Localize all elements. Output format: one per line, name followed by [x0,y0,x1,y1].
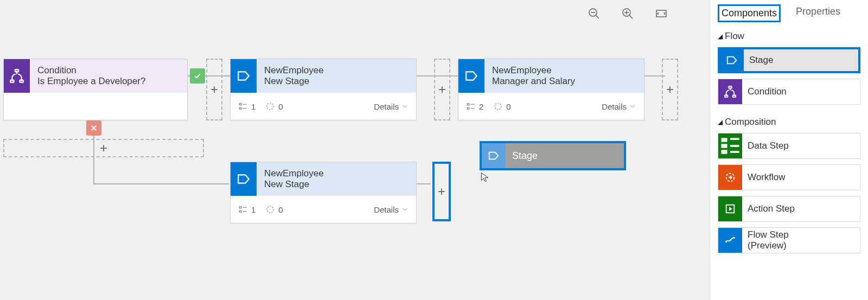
svg-point-25 [495,103,501,110]
component-flow-step[interactable]: Flow Step (Preview) [718,227,860,253]
component-flow-step-label: Flow Step (Preview) [742,229,789,252]
fit-to-screen-button[interactable] [654,7,668,21]
drop-slot-after-stage2[interactable]: + [662,59,678,120]
cursor-icon [480,171,490,184]
connector [93,183,229,184]
svg-rect-7 [730,145,739,147]
stage-name: New Stage [264,179,409,190]
stage-icon [231,59,257,93]
stage-details-toggle[interactable]: Details [374,205,409,214]
stage-step-count: 1 [238,101,256,111]
stage-trigger-count: 0 [265,101,283,111]
drop-slot-condition-branch[interactable]: + [3,139,204,157]
tab-components[interactable]: Components [718,4,781,22]
stage-node[interactable]: NewEmployee New Stage 1 0 Details [230,59,417,120]
component-workflow[interactable]: Workflow [718,164,860,190]
flow-step-icon [718,228,742,253]
stage-name: Manager and Salary [492,76,636,87]
svg-rect-21 [239,107,241,109]
canvas-toolbar [587,7,668,21]
connector [416,183,431,184]
stage-icon [482,143,506,168]
stage-trigger-count: 0 [265,205,283,214]
condition-false-indicator [86,120,101,136]
component-stage-label: Stage [744,55,773,66]
collapse-icon: ◢ [718,33,723,40]
drop-slot-before-stage1[interactable]: + [206,59,222,120]
condition-icon [718,79,742,104]
svg-rect-3 [722,138,727,142]
drag-ghost-stage: Stage [480,141,626,170]
condition-true-indicator [190,68,205,84]
stage-entity: NewEmployee [264,168,409,179]
stage-entity: NewEmployee [492,65,636,76]
svg-rect-23 [467,104,469,105]
component-workflow-label: Workflow [742,172,786,183]
zoom-out-button[interactable] [587,7,601,21]
stage-details-toggle[interactable]: Details [602,102,636,111]
svg-rect-5 [722,150,727,154]
stage-name: New Stage [264,76,409,87]
zoom-in-button[interactable] [621,7,635,21]
data-step-icon [718,133,742,158]
tab-properties[interactable]: Properties [794,4,843,22]
component-action-step-label: Action Step [742,203,795,214]
svg-rect-4 [722,144,727,148]
component-data-step-label: Data Step [742,141,789,151]
component-condition[interactable]: Condition [718,79,860,105]
drag-ghost-label: Stage [506,150,538,162]
component-stage[interactable]: Stage [718,47,860,73]
condition-question: Is Employee a Developer? [37,76,180,87]
svg-rect-24 [467,107,469,109]
svg-rect-20 [239,104,241,105]
stage-details-toggle[interactable]: Details [374,102,409,111]
condition-node[interactable]: Condition Is Employee a Developer? [3,59,188,120]
group-composition-header[interactable]: ◢ Composition [718,117,860,127]
component-action-step[interactable]: Action Step [718,196,860,222]
condition-icon [4,59,30,93]
svg-point-11 [725,241,727,242]
svg-point-22 [267,103,273,110]
svg-rect-26 [239,207,241,208]
components-panel: Components Properties ◢ Flow Stage Condi… [710,0,868,300]
drop-slot-after-stage3-active[interactable]: + [432,162,451,221]
action-step-icon [718,196,742,221]
svg-rect-27 [239,210,241,212]
stage-node[interactable]: NewEmployee Manager and Salary 2 0 Detai… [458,59,644,120]
svg-point-28 [267,206,273,213]
svg-rect-8 [730,151,739,153]
stage-step-count: 1 [238,205,256,214]
svg-rect-6 [730,138,739,140]
drop-slot-before-stage2[interactable]: + [434,59,450,120]
svg-point-13 [733,237,735,239]
component-data-step[interactable]: Data Step [718,133,860,159]
component-condition-label: Condition [742,86,787,97]
stage-icon [231,162,257,196]
stage-trigger-count: 0 [493,101,510,111]
svg-point-12 [730,239,731,241]
stage-icon [458,59,484,93]
stage-icon [720,49,744,71]
group-flow-label: Flow [725,31,744,42]
stage-entity: NewEmployee [264,65,409,76]
workflow-icon [718,165,742,190]
group-composition-label: Composition [725,117,776,127]
group-flow-header[interactable]: ◢ Flow [718,31,860,42]
stage-node[interactable]: NewEmployee New Stage 1 0 Details [230,162,417,224]
stage-step-count: 2 [466,101,483,111]
collapse-icon: ◢ [718,118,723,126]
condition-title: Condition [37,65,180,76]
